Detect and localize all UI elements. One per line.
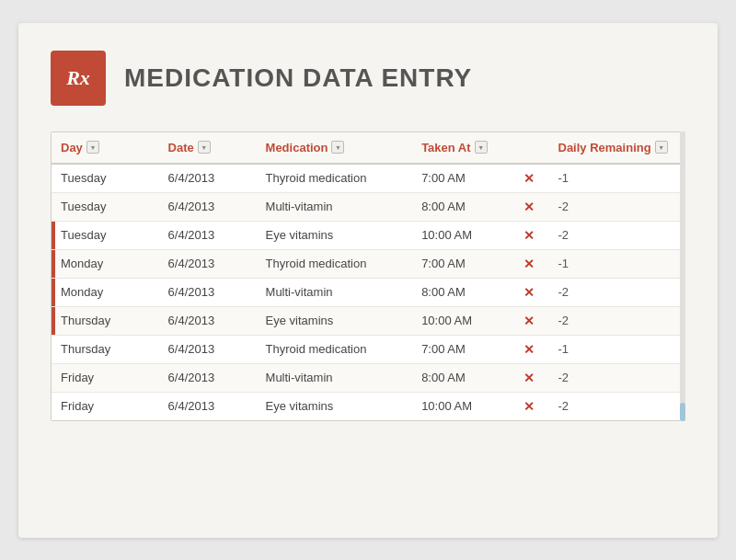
filter-taken-at-icon[interactable]: ▼	[475, 141, 488, 154]
row-indicator	[52, 250, 55, 278]
scrollbar[interactable]	[680, 131, 685, 421]
cell-date: 6/4/2013	[159, 221, 257, 249]
cell-taken-at: 10:00 AM	[412, 221, 510, 249]
x-mark-icon: ✕	[523, 171, 535, 186]
cell-day: Tuesday	[52, 221, 159, 249]
rx-symbol: Rx	[66, 66, 90, 90]
cell-medication: Eye vitamins	[257, 392, 413, 420]
cell-status: ✕	[510, 249, 548, 278]
cell-taken-at: 7:00 AM	[412, 249, 510, 278]
cell-status: ✕	[510, 192, 548, 221]
cell-day: Tuesday	[52, 164, 159, 193]
x-mark-icon: ✕	[523, 257, 535, 271]
main-card: Rx MEDICATION DATA ENTRY	[18, 23, 718, 538]
cell-taken-at: 7:00 AM	[412, 335, 510, 363]
cell-date: 6/4/2013	[159, 306, 257, 335]
cell-daily-remaining: -2	[549, 363, 685, 392]
cell-daily-remaining: -1	[549, 335, 685, 363]
cell-day: Monday	[52, 278, 159, 306]
table-wrapper: Day ▼ Date ▼ Medication	[51, 131, 685, 421]
cell-date: 6/4/2013	[159, 363, 257, 392]
table-row: Tuesday6/4/2013Multi-vitamin8:00 AM✕-2	[52, 192, 684, 221]
x-mark-icon: ✕	[523, 228, 535, 243]
cell-daily-remaining: -1	[549, 164, 685, 193]
filter-remaining-icon[interactable]: ▼	[655, 141, 668, 154]
cell-date: 6/4/2013	[159, 249, 257, 278]
cell-medication: Multi-vitamin	[257, 278, 413, 306]
filter-day-icon[interactable]: ▼	[86, 141, 99, 154]
table-row: Monday6/4/2013Thyroid medication7:00 AM✕…	[52, 249, 684, 278]
table-row: Thursday6/4/2013Thyroid medication7:00 A…	[52, 335, 684, 363]
x-mark-icon: ✕	[523, 371, 535, 385]
cell-medication: Eye vitamins	[257, 221, 413, 249]
cell-taken-at: 8:00 AM	[412, 192, 510, 221]
header-row: Day ▼ Date ▼ Medication	[52, 132, 684, 164]
table-header: Day ▼ Date ▼ Medication	[52, 132, 684, 164]
cell-medication: Multi-vitamin	[257, 192, 413, 221]
cell-taken-at: 10:00 AM	[412, 392, 510, 420]
cell-taken-at: 10:00 AM	[412, 306, 510, 335]
cell-day: Friday	[52, 392, 159, 420]
rx-logo: Rx	[51, 51, 106, 106]
cell-status: ✕	[510, 335, 548, 363]
cell-date: 6/4/2013	[159, 392, 257, 420]
page-title: MEDICATION DATA ENTRY	[124, 63, 472, 93]
table-row: Tuesday6/4/2013Thyroid medication7:00 AM…	[52, 164, 684, 193]
row-indicator	[52, 307, 55, 335]
cell-status: ✕	[510, 164, 548, 193]
filter-medication-icon[interactable]: ▼	[331, 141, 344, 154]
cell-day: Tuesday	[52, 192, 159, 221]
cell-taken-at: 8:00 AM	[412, 278, 510, 306]
cell-status: ✕	[510, 278, 548, 306]
cell-date: 6/4/2013	[159, 164, 257, 193]
cell-daily-remaining: -2	[549, 278, 685, 306]
col-header-medication[interactable]: Medication ▼	[257, 132, 413, 164]
cell-day: Monday	[52, 249, 159, 278]
col-header-taken-at[interactable]: Taken At ▼	[412, 132, 510, 164]
cell-status: ✕	[510, 363, 548, 392]
cell-medication: Thyroid medication	[257, 335, 413, 363]
cell-medication: Thyroid medication	[257, 164, 413, 193]
col-header-status	[510, 132, 548, 164]
x-mark-icon: ✕	[523, 342, 535, 357]
row-indicator	[52, 222, 55, 249]
cell-status: ✕	[510, 221, 548, 249]
cell-date: 6/4/2013	[159, 278, 257, 306]
cell-date: 6/4/2013	[159, 192, 257, 221]
table-body: Tuesday6/4/2013Thyroid medication7:00 AM…	[52, 164, 684, 420]
cell-status: ✕	[510, 392, 548, 420]
table-row: Monday6/4/2013Multi-vitamin8:00 AM✕-2	[52, 278, 684, 306]
cell-daily-remaining: -2	[549, 392, 685, 420]
data-table-container: Day ▼ Date ▼ Medication	[51, 131, 685, 421]
page-header: Rx MEDICATION DATA ENTRY	[51, 51, 685, 106]
x-mark-icon: ✕	[523, 314, 535, 328]
table-row: Tuesday6/4/2013Eye vitamins10:00 AM✕-2	[52, 221, 684, 249]
cell-daily-remaining: -2	[549, 306, 685, 335]
table-row: Friday6/4/2013Eye vitamins10:00 AM✕-2	[52, 392, 684, 420]
cell-daily-remaining: -2	[549, 221, 685, 249]
row-indicator	[52, 279, 55, 306]
medication-table: Day ▼ Date ▼ Medication	[52, 132, 684, 420]
col-header-day[interactable]: Day ▼	[52, 132, 159, 164]
table-row: Thursday6/4/2013Eye vitamins10:00 AM✕-2	[52, 306, 684, 335]
cell-taken-at: 8:00 AM	[412, 363, 510, 392]
cell-taken-at: 7:00 AM	[412, 164, 510, 193]
cell-medication: Multi-vitamin	[257, 363, 413, 392]
cell-daily-remaining: -2	[549, 192, 685, 221]
cell-medication: Eye vitamins	[257, 306, 413, 335]
x-mark-icon: ✕	[523, 285, 535, 300]
x-mark-icon: ✕	[523, 200, 535, 214]
scrollbar-thumb[interactable]	[680, 403, 685, 421]
cell-day: Thursday	[52, 306, 159, 335]
cell-date: 6/4/2013	[159, 335, 257, 363]
cell-day: Thursday	[52, 335, 159, 363]
col-header-date[interactable]: Date ▼	[159, 132, 257, 164]
col-header-daily-remaining[interactable]: Daily Remaining ▼	[549, 132, 685, 164]
filter-date-icon[interactable]: ▼	[198, 141, 211, 154]
cell-status: ✕	[510, 306, 548, 335]
cell-medication: Thyroid medication	[257, 249, 413, 278]
cell-day: Friday	[52, 363, 159, 392]
cell-daily-remaining: -1	[549, 249, 685, 278]
x-mark-icon: ✕	[523, 399, 535, 414]
table-row: Friday6/4/2013Multi-vitamin8:00 AM✕-2	[52, 363, 684, 392]
